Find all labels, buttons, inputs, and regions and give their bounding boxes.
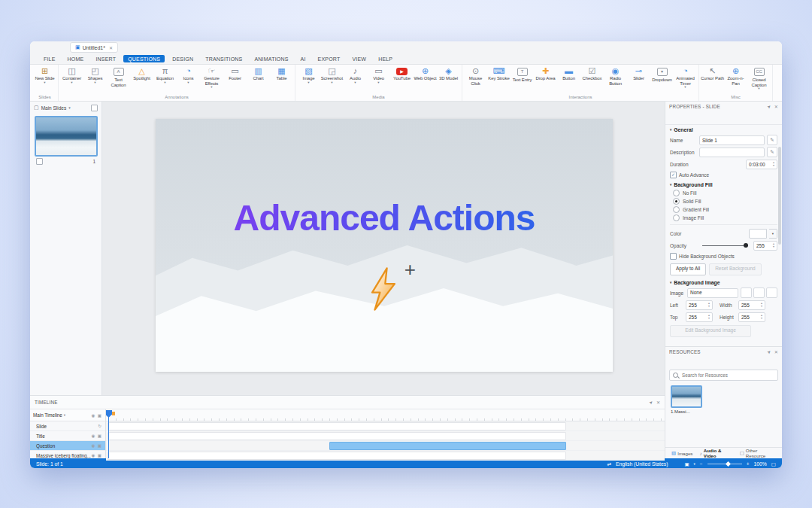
zoom-slider[interactable] [707, 464, 742, 464]
resources-tab[interactable]: ♪ Audio & Video [696, 448, 735, 458]
opacity-slider[interactable] [702, 245, 748, 246]
ribbon-tool[interactable]: ◈ 3D Model [437, 65, 460, 94]
ribbon-tool[interactable]: T Text Entry [511, 65, 534, 94]
image-action-button[interactable] [766, 287, 777, 298]
properties-tab-icon[interactable] [671, 113, 683, 123]
ribbon-tool[interactable]: ⌨ Key Stroke [487, 65, 511, 94]
slide-duration-bar[interactable] [108, 422, 566, 430]
track-icons[interactable]: ◉ ▣ [91, 433, 102, 438]
zoom-slider-thumb[interactable] [726, 461, 731, 467]
image-action-button[interactable] [753, 287, 765, 298]
slides-panel-title[interactable]: Main Slides [41, 105, 67, 111]
track-icons[interactable]: ◉ ▣ [91, 443, 102, 448]
ribbon-tool[interactable]: ◉ Radio Button [604, 65, 627, 94]
track-icons[interactable]: ◉ ▣ [91, 453, 102, 458]
left-stepper[interactable]: 255 [686, 300, 713, 310]
ribbon-tool[interactable]: ▬ Button [557, 65, 580, 94]
ribbon-tool[interactable]: ▭ Video ▾ [367, 65, 390, 94]
resources-search[interactable] [669, 370, 778, 381]
ribbon-tool[interactable]: ⊸ Slider [627, 65, 650, 94]
apply-to-all-button[interactable]: Apply to All [670, 263, 706, 275]
resources-tab[interactable]: ▢ Other Resource [737, 448, 779, 458]
slide-description-input[interactable] [699, 148, 765, 157]
ribbon-tool[interactable]: CC Closed Caption ▾ [747, 65, 771, 94]
chevron-down-icon[interactable]: ▾ [68, 105, 71, 110]
section-general[interactable]: ▾ General [665, 125, 782, 134]
select-all-checkbox[interactable] [91, 105, 98, 111]
ribbon-tool[interactable]: ↖ Cursor Path [701, 65, 724, 94]
stepper-arrows[interactable] [771, 242, 777, 248]
menu-tab[interactable]: ANIMATIONS [249, 56, 295, 62]
fill-option[interactable]: Solid Fill [665, 197, 782, 205]
fill-option[interactable]: No Fill [665, 189, 782, 197]
timeline-ruler[interactable] [106, 409, 665, 421]
close-icon[interactable]: ✕ [774, 104, 778, 109]
pin-icon[interactable]: ➤ [647, 399, 654, 406]
stepper-arrows[interactable] [771, 161, 777, 167]
edit-icon[interactable]: ✎ [767, 147, 777, 157]
fullscreen-icon[interactable]: ▢ [771, 461, 776, 467]
menu-tab[interactable]: INSERT [89, 56, 122, 62]
height-stepper[interactable]: 255 [738, 312, 765, 322]
ribbon-tool[interactable]: ◔ Icons ▾ [177, 65, 200, 94]
question-duration-bar[interactable] [329, 442, 566, 450]
properties-scrollbar[interactable] [778, 147, 781, 245]
image-action-button[interactable] [741, 287, 752, 298]
opacity-slider-thumb[interactable] [744, 243, 748, 248]
track-icons[interactable]: ↻ [98, 424, 102, 428]
ribbon-tool[interactable]: ☞ Gesture Effects ▾ [200, 65, 223, 94]
ribbon-tool[interactable]: ◰ Shapes ▾ [83, 65, 107, 94]
ribbon-tool[interactable]: π Equation ▾ [153, 65, 177, 94]
timeline-track-area[interactable] [106, 409, 665, 461]
stepper-arrows[interactable] [759, 302, 765, 308]
ribbon-tool[interactable]: ▭ Footer [223, 65, 247, 94]
ribbon-tool[interactable]: △ Spotlight [130, 65, 153, 94]
menu-tab[interactable]: FILE [38, 56, 62, 62]
timeline-track-label[interactable]: Title ◉ ▣ [30, 431, 105, 441]
iceberg-duration-bar[interactable] [108, 452, 566, 460]
slide-name-input[interactable] [699, 135, 765, 145]
ribbon-tool[interactable]: ◫ Container ▾ [60, 65, 83, 94]
radio-icon[interactable] [673, 198, 680, 205]
stepper-arrows[interactable] [706, 314, 712, 320]
ribbon-tool[interactable]: ♪ Audio ▾ [344, 65, 367, 94]
slide-canvas[interactable]: Advanced Actions [156, 119, 613, 372]
menu-tab[interactable]: DESIGN [166, 56, 199, 62]
width-stepper[interactable]: 255 [738, 300, 765, 310]
zoom-out-icon[interactable]: − [700, 461, 703, 467]
menu-tab[interactable]: TRANSITIONS [199, 56, 248, 62]
opacity-stepper[interactable]: 255 [753, 241, 777, 251]
background-image-value[interactable]: None [687, 288, 738, 298]
title-duration-bar[interactable] [108, 432, 566, 440]
menu-tab[interactable]: AI [295, 56, 312, 62]
canvas-area[interactable]: Advanced Actions [102, 102, 665, 395]
timeline-track-label[interactable]: Question ◉ ▣ [30, 441, 105, 451]
stepper-arrows[interactable] [706, 302, 712, 308]
slide-title-text[interactable]: Advanced Actions [156, 197, 613, 239]
auto-advance-checkbox[interactable]: ✓ [670, 172, 677, 178]
ribbon-tool[interactable]: ✚ Drop Area [534, 65, 557, 94]
edit-icon[interactable]: ✎ [767, 135, 777, 145]
section-background-image[interactable]: ▾ Background Image [665, 278, 782, 287]
ribbon-tool[interactable]: ⊕ Zoom-n-Pan [724, 65, 747, 94]
duration-stepper[interactable]: 0:03:00 [746, 160, 777, 169]
menu-tab[interactable]: HELP [372, 56, 398, 62]
ribbon-tool[interactable]: ☑ Checkbox [580, 65, 604, 94]
ribbon-tool[interactable]: ⊕ Web Object [414, 65, 437, 94]
ribbon-tool[interactable]: A Text Caption [107, 65, 130, 94]
resource-item[interactable]: 1.Massi... [671, 385, 701, 414]
ribbon-tool[interactable]: ◲ Screenshot ▾ [320, 65, 344, 94]
ribbon-tool[interactable]: ▥ Chart [247, 65, 270, 94]
close-document-icon[interactable]: ✕ [109, 45, 113, 50]
language-icon[interactable]: ⇄ [607, 461, 611, 467]
color-dropdown-icon[interactable]: ▾ [769, 229, 777, 239]
language-status[interactable]: English (United States) [616, 461, 668, 467]
radio-icon[interactable] [673, 190, 680, 196]
hide-background-objects-checkbox[interactable] [670, 253, 677, 260]
eye-lock-icons[interactable]: ◉ ▣ [91, 413, 102, 418]
ribbon-tool[interactable]: ▶ YouTube [390, 65, 414, 94]
timeline-selector[interactable]: Main Timeline ▾ ◉ ▣ [30, 409, 105, 421]
ribbon-tool[interactable]: ⊙ Mouse Click [464, 65, 487, 94]
menu-tab[interactable]: VIEW [346, 56, 372, 62]
close-icon[interactable]: ✕ [656, 400, 660, 405]
